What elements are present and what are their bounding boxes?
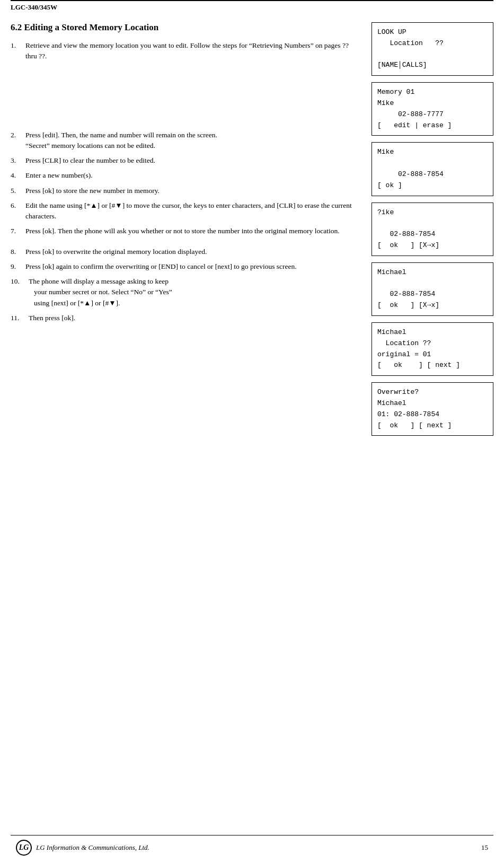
lg-logo-icon: LG	[16, 840, 32, 856]
step-10: 10. The phone will display a message ask…	[11, 276, 356, 309]
screen4-line1: ?ike	[377, 207, 488, 218]
step-6: 6. Edit the name using [*▲] or [#▼] to m…	[11, 200, 356, 222]
screen5-line1: Michael	[377, 267, 488, 278]
screen1-line1: LOOK UP	[377, 27, 488, 38]
screen-5: Michael 02-888-7854 [ ok ] [X→x]	[372, 262, 493, 316]
screen1-line3	[377, 49, 488, 60]
screen1-line4: [NAME│CALLS]	[377, 60, 488, 71]
step-text-6: Edit the name using [*▲] or [#▼] to move…	[25, 200, 356, 222]
step-num-9: 9.	[11, 261, 25, 272]
screen2-line2: Mike	[377, 98, 488, 109]
screen2-line3: 02-888-7777	[377, 109, 488, 120]
screen7-line3: 01: 02-888-7854	[377, 409, 488, 420]
step-num-6: 6.	[11, 200, 25, 222]
screen6-line1: Michael	[377, 327, 488, 338]
step-num-5: 5.	[11, 186, 25, 196]
step-text-3: Press [CLR] to clear the number to be ed…	[25, 155, 356, 166]
section-heading: 6.2 Editing a Stored Memory Location	[11, 22, 356, 33]
screen5-line4: [ ok ] [X→x]	[377, 300, 488, 311]
step-num-7: 7.	[11, 226, 25, 236]
screen3-line3: 02-888-7854	[377, 169, 488, 180]
screen7-line1: Overwrite?	[377, 387, 488, 398]
screen3-line1: Mike	[377, 147, 488, 158]
step-text-5: Press [ok] to store the new number in me…	[25, 186, 356, 196]
step-num-8: 8.	[11, 247, 25, 257]
screen2-line4: [ edit | erase ]	[377, 120, 488, 131]
screen2-line1: Memory 01	[377, 87, 488, 98]
screen-7: Overwrite? Michael 01: 02-888-7854 [ ok …	[372, 382, 493, 436]
step-num-1: 1.	[11, 40, 25, 62]
screen5-line3: 02-888-7854	[377, 289, 488, 300]
company-name: LG Information & Communications, Ltd.	[36, 843, 149, 852]
step-num-10: 10.	[11, 276, 29, 309]
step-text-11: Then press [ok].	[29, 313, 356, 323]
step-7: 7. Press [ok]. Then the phone will ask y…	[11, 226, 356, 236]
screen-3: Mike 02-888-7854 [ ok ]	[372, 142, 493, 196]
step-num-3: 3.	[11, 155, 25, 166]
step-num-4: 4.	[11, 170, 25, 181]
step-3: 3. Press [CLR] to clear the number to be…	[11, 155, 356, 166]
doc-title: LGC-340/345W	[11, 3, 57, 11]
page-number: 15	[481, 843, 488, 852]
step-text-7: Press [ok]. Then the phone will ask you …	[25, 226, 356, 236]
screen3-line2	[377, 158, 488, 169]
screen4-line4: [ ok ] [X→x]	[377, 240, 488, 251]
step-text-9: Press [ok] again to confirm the overwrit…	[25, 261, 356, 272]
step-2: 2. Press [edit]. Then, the name and numb…	[11, 130, 356, 152]
step-8: 8. Press [ok] to overwrite the original …	[11, 247, 356, 257]
screen7-line2: Michael	[377, 398, 488, 409]
screen7-line4: [ ok ] [ next ]	[377, 420, 488, 432]
step-num-11: 11.	[11, 313, 29, 323]
screen1-line2: Location ??	[377, 38, 488, 49]
step-text-10: The phone will display a message asking …	[29, 276, 356, 309]
step-text-8: Press [ok] to overwrite the original mem…	[25, 247, 356, 257]
screen4-line2	[377, 218, 488, 229]
footer-logo: LG LG Information & Communications, Ltd.	[16, 840, 149, 856]
step-4: 4. Enter a new number(s).	[11, 170, 356, 181]
step-11: 11. Then press [ok].	[11, 313, 356, 323]
screen6-line3: original = 01	[377, 349, 488, 360]
screen-6: Michael Location ?? original = 01 [ ok ]…	[372, 322, 493, 376]
screen-2: Memory 01 Mike 02-888-7777 [ edit | eras…	[372, 82, 493, 136]
step-text-4: Enter a new number(s).	[25, 170, 356, 181]
screen-1: LOOK UP Location ?? [NAME│CALLS]	[372, 22, 493, 76]
step-text-1: Retrieve and view the memory location yo…	[25, 40, 356, 62]
screen6-line2: Location ??	[377, 338, 488, 349]
step-text-2: Press [edit]. Then, the name and number …	[25, 130, 356, 152]
step-5: 5. Press [ok] to store the new number in…	[11, 186, 356, 196]
screen5-line2	[377, 278, 488, 289]
step-9: 9. Press [ok] again to confirm the overw…	[11, 261, 356, 272]
step-num-2: 2.	[11, 130, 25, 152]
screen6-line4: [ ok ] [ next ]	[377, 360, 488, 371]
screen-4: ?ike 02-888-7854 [ ok ] [X→x]	[372, 203, 493, 256]
screen3-line4: [ ok ]	[377, 180, 488, 191]
step-1: 1. Retrieve and view the memory location…	[11, 40, 356, 62]
screen4-line3: 02-888-7854	[377, 229, 488, 240]
